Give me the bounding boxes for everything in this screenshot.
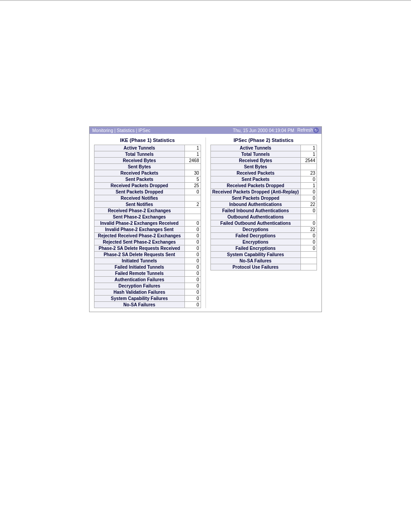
ike-row: Rejected Sent Phase-2 Exchanges0 — [94, 239, 201, 245]
ike-row-label: Sent Packets — [94, 176, 185, 183]
ike-row: Sent Packets Dropped0 — [94, 189, 201, 195]
ipsec-row-value: 0 — [301, 220, 317, 227]
ipsec-row-value: 0 — [301, 239, 317, 245]
ike-row: Received Bytes2468 — [94, 158, 201, 164]
ike-row-label: Failed Initiated Tunnels — [94, 264, 185, 270]
ipsec-row-label: Sent Packets Dropped — [210, 195, 301, 202]
ike-row-label: Received Notifies — [94, 195, 185, 202]
ipsec-row: Failed Outbound Authentications0 — [210, 220, 317, 227]
ike-row-value: 0 — [184, 258, 201, 264]
ipsec-row: Encryptions0 — [210, 239, 317, 245]
ipsec-row-value — [301, 214, 317, 220]
ike-row: Total Tunnels1 — [94, 151, 201, 158]
ike-row: Authentication Failures0 — [94, 277, 201, 283]
ike-row-value — [184, 208, 201, 214]
ike-row: Initiated Tunnels0 — [94, 258, 201, 264]
main-panel: Monitoring | Statistics | IPSec Thu, 15 … — [89, 126, 322, 312]
ipsec-row-label: Sent Bytes — [210, 164, 301, 170]
ipsec-row: Received Packets Dropped (Anti-Replay)0 — [210, 189, 317, 195]
ike-row: Sent Packets5 — [94, 176, 201, 183]
ipsec-row: Active Tunnels1 — [210, 145, 317, 151]
ipsec-row-value: 1 — [301, 145, 317, 151]
ipsec-row-value — [301, 252, 317, 258]
ike-row: Received Phase-2 Exchanges — [94, 208, 201, 214]
ipsec-row-label: Encryptions — [210, 239, 301, 245]
ike-row-value: 0 — [184, 270, 201, 277]
refresh-icon: ↻ — [313, 128, 319, 133]
ipsec-row-value: 23 — [301, 170, 317, 176]
ipsec-row-value — [301, 258, 317, 264]
panel-body: IKE (Phase 1) Statistics Active Tunnels1… — [90, 134, 321, 312]
ike-row-label: Sent Packets Dropped — [94, 189, 185, 195]
ike-row-label: Decryption Failures — [94, 283, 185, 289]
ike-row-label: Phase-2 SA Delete Requests Sent — [94, 252, 185, 258]
refresh-link[interactable]: Refresh↻ — [297, 128, 319, 133]
ike-row: Received Notifies — [94, 195, 201, 202]
ipsec-row-label: Inbound Authentications — [210, 202, 301, 208]
ike-row-label: Sent Notifies — [94, 202, 185, 208]
ipsec-row-label: Failed Encryptions — [210, 245, 301, 252]
page-content: Monitoring | Statistics | IPSec Thu, 15 … — [0, 1, 411, 312]
ike-row-value: 0 — [184, 233, 201, 239]
ipsec-row-value: 0 — [301, 189, 317, 195]
ike-row: System Capability Failures0 — [94, 296, 201, 302]
ike-row-label: Received Packets — [94, 170, 185, 176]
ipsec-row-label: Received Packets — [210, 170, 301, 176]
ipsec-section-title: IPSec (Phase 2) Statistics — [210, 137, 317, 143]
ike-row-value: 2468 — [184, 158, 201, 164]
ike-row-label: Rejected Sent Phase-2 Exchanges — [94, 239, 185, 245]
ipsec-row-label: Sent Packets — [210, 176, 301, 183]
ike-row-value: 0 — [184, 264, 201, 270]
ipsec-row-value: 0 — [301, 245, 317, 252]
ike-row-value: 1 — [184, 145, 201, 151]
ipsec-row-value: 0 — [301, 208, 317, 214]
ipsec-row: Failed Decryptions0 — [210, 233, 317, 239]
ike-row: Failed Remote Tunnels0 — [94, 270, 201, 277]
ike-row: Sent Bytes — [94, 164, 201, 170]
ike-row: Received Packets Dropped25 — [94, 183, 201, 189]
header-right: Thu, 15 Jun 2000 04:19:04 PM Refresh↻ — [233, 128, 319, 133]
ipsec-row-label: Decryptions — [210, 227, 301, 233]
ike-row: Hash Validation Failures0 — [94, 289, 201, 296]
timestamp: Thu, 15 Jun 2000 04:19:04 PM — [233, 128, 294, 133]
ipsec-table: Active Tunnels1Total Tunnels1Received By… — [210, 145, 317, 270]
ike-row: No-SA Failures0 — [94, 302, 201, 308]
ike-row-label: Hash Validation Failures — [94, 289, 185, 296]
ike-section: IKE (Phase 1) Statistics Active Tunnels1… — [94, 137, 201, 308]
ike-row: Invalid Phase-2 Exchanges Received0 — [94, 220, 201, 227]
ipsec-row-value — [301, 264, 317, 270]
ike-row-value: 25 — [184, 183, 201, 189]
ike-row-label: Received Phase-2 Exchanges — [94, 208, 185, 214]
section-divider — [206, 137, 206, 308]
ipsec-row-label: Outbound Authentications — [210, 214, 301, 220]
ike-row-value: 1 — [184, 151, 201, 158]
ipsec-row: Decryptions22 — [210, 227, 317, 233]
ike-table: Active Tunnels1Total Tunnels1Received By… — [94, 145, 201, 308]
ipsec-row: Sent Packets Dropped0 — [210, 195, 317, 202]
ike-row: Rejected Received Phase-2 Exchanges0 — [94, 233, 201, 239]
ipsec-row: Outbound Authentications — [210, 214, 317, 220]
ipsec-row-value — [301, 164, 317, 170]
ike-row-value: 0 — [184, 227, 201, 233]
ike-row: Phase-2 SA Delete Requests Sent0 — [94, 252, 201, 258]
ike-row-label: Authentication Failures — [94, 277, 185, 283]
ike-row-label: Received Packets Dropped — [94, 183, 185, 189]
ike-row-value: 0 — [184, 252, 201, 258]
ike-row-value: 0 — [184, 189, 201, 195]
ike-row-value: 0 — [184, 302, 201, 308]
ipsec-row-label: Total Tunnels — [210, 151, 301, 158]
ipsec-row: Failed Inbound Authentications0 — [210, 208, 317, 214]
ike-row-label: Total Tunnels — [94, 151, 185, 158]
ipsec-row: System Capability Failures — [210, 252, 317, 258]
ike-row-value: 0 — [184, 220, 201, 227]
ipsec-row-label: Failed Outbound Authentications — [210, 220, 301, 227]
ike-row-value: 30 — [184, 170, 201, 176]
ike-row-label: No-SA Failures — [94, 302, 185, 308]
ike-row-value: 2 — [184, 202, 201, 208]
ipsec-row-label: System Capability Failures — [210, 252, 301, 258]
ipsec-row-value: 0 — [301, 195, 317, 202]
ike-row: Received Packets30 — [94, 170, 201, 176]
ike-row-label: Received Bytes — [94, 158, 185, 164]
ipsec-row: Received Packets Dropped1 — [210, 183, 317, 189]
ike-row-label: Phase-2 SA Delete Requests Received — [94, 245, 185, 252]
